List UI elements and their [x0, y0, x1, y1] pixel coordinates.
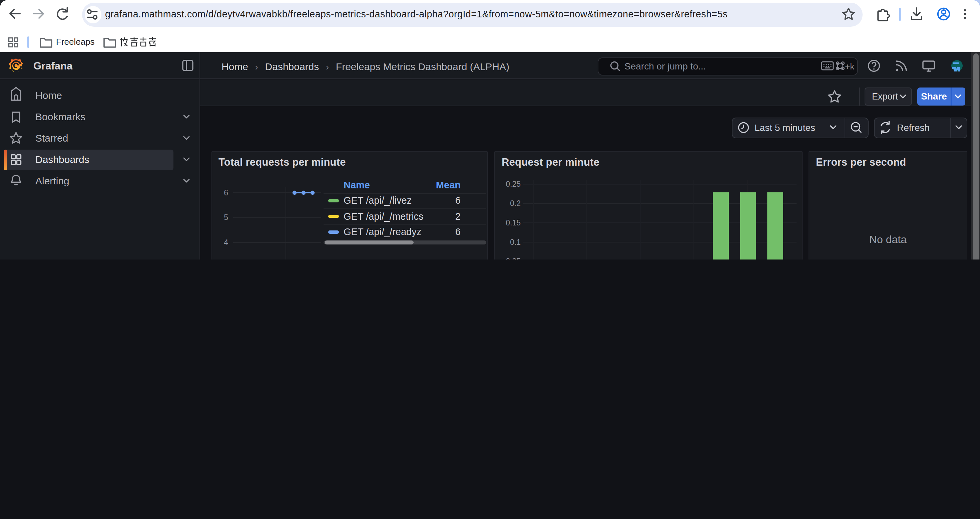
svg-text:6: 6: [223, 188, 228, 197]
svg-text:0.1: 0.1: [510, 238, 521, 246]
svg-text:4: 4: [223, 238, 228, 246]
svg-text:0.15: 0.15: [506, 218, 521, 227]
svg-text:0.05: 0.05: [506, 257, 521, 260]
svg-text:0.25: 0.25: [506, 179, 521, 188]
svg-text:0.2: 0.2: [510, 199, 521, 208]
svg-text:5: 5: [223, 213, 228, 222]
